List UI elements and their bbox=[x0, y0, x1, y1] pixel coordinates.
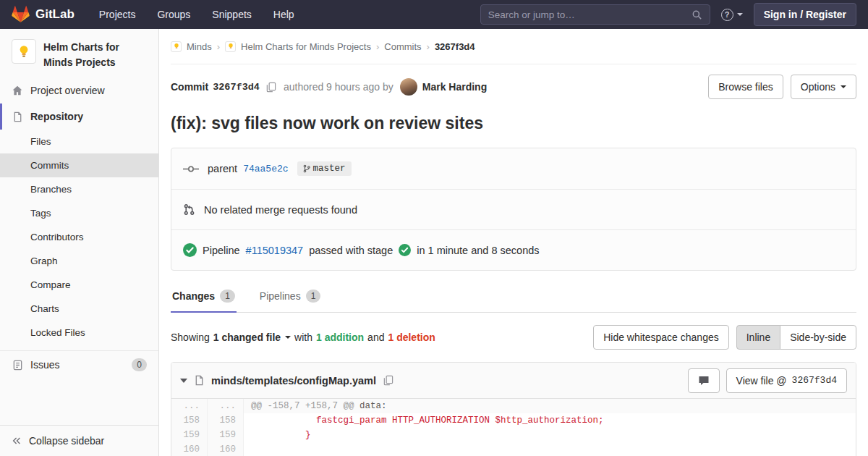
navbar-right: ? Sign in / Register bbox=[480, 3, 856, 26]
sidebar-item-commits[interactable]: Commits bbox=[0, 153, 158, 177]
breadcrumb-separator: › bbox=[376, 41, 379, 52]
gitlab-logo-text: GitLab bbox=[35, 7, 75, 22]
options-button[interactable]: Options bbox=[791, 75, 856, 99]
nav-link-help[interactable]: Help bbox=[273, 9, 294, 20]
pipeline-id-link[interactable]: #115019347 bbox=[246, 245, 304, 256]
code-text: } bbox=[244, 428, 856, 442]
sidebar-item-locked-files[interactable]: Locked Files bbox=[0, 321, 158, 345]
commit-label: Commit bbox=[171, 81, 208, 93]
help-menu[interactable]: ? bbox=[721, 9, 743, 21]
commit-sha: 3267f3d4 bbox=[213, 82, 260, 93]
sidebar-item-contributors[interactable]: Contributors bbox=[0, 225, 158, 249]
sidebar-item-label: Issues bbox=[30, 359, 59, 371]
old-line-number[interactable]: 160 bbox=[171, 442, 208, 456]
branch-name: master bbox=[313, 164, 346, 174]
parent-label: parent bbox=[208, 163, 237, 174]
repository-icon bbox=[12, 111, 23, 122]
pipelines-count-badge: 1 bbox=[306, 290, 321, 303]
browse-files-button[interactable]: Browse files bbox=[708, 75, 783, 99]
sidebar-item-label: Repository bbox=[30, 111, 83, 122]
pipeline-duration-text: in 1 minute and 8 seconds bbox=[417, 245, 539, 256]
copy-path-icon[interactable] bbox=[383, 375, 393, 386]
project-sidebar: Helm Charts for Minds Projects Project o… bbox=[0, 29, 159, 456]
nav-link-snippets[interactable]: Snippets bbox=[212, 9, 251, 20]
inline-view-button[interactable]: Inline bbox=[736, 325, 780, 350]
stage-status-success-icon[interactable] bbox=[399, 244, 411, 256]
navbar-menu: Projects Groups Snippets Help bbox=[99, 9, 294, 20]
diff-hunk-line: ... ... @@ -158,7 +158,7 @@ data: bbox=[171, 399, 856, 413]
sidebar-nav: Project overview Repository Files Commit… bbox=[0, 77, 158, 379]
new-line-number[interactable]: ... bbox=[208, 399, 244, 413]
sign-in-button[interactable]: Sign in / Register bbox=[754, 3, 856, 26]
changed-files-dropdown[interactable]: 1 changed file bbox=[213, 332, 291, 343]
collapse-sidebar-button[interactable]: Collapse sidebar bbox=[0, 425, 158, 456]
sidebar-item-graph[interactable]: Graph bbox=[0, 249, 158, 273]
repository-subnav: Files Commits Branches Tags Contributors… bbox=[0, 130, 158, 345]
diff-table: ... ... @@ -158,7 +158,7 @@ data: 158 15… bbox=[171, 399, 856, 456]
author-name[interactable]: Mark Harding bbox=[422, 81, 487, 93]
sidebar-item-project-overview[interactable]: Project overview bbox=[0, 77, 158, 104]
issues-count-badge: 0 bbox=[132, 358, 147, 371]
side-by-side-view-button[interactable]: Side-by-side bbox=[780, 325, 856, 350]
view-file-button[interactable]: View file @ 3267f3d4 bbox=[726, 368, 847, 393]
tab-changes[interactable]: Changes 1 bbox=[171, 279, 237, 312]
and-label: and bbox=[367, 332, 384, 343]
options-label: Options bbox=[801, 81, 835, 93]
sidebar-item-charts[interactable]: Charts bbox=[0, 297, 158, 321]
breadcrumb-commits[interactable]: Commits bbox=[384, 41, 421, 52]
pipeline-status-success-icon[interactable] bbox=[183, 243, 197, 257]
branch-ref-badge[interactable]: master bbox=[297, 161, 352, 176]
parent-row: parent 74aa5e2c master bbox=[171, 148, 856, 189]
old-line-number[interactable]: 159 bbox=[171, 428, 208, 442]
home-icon bbox=[12, 85, 23, 96]
collapse-sidebar-label: Collapse sidebar bbox=[29, 435, 104, 447]
search-box bbox=[480, 4, 710, 25]
diff-code-line: 158 158 fastcgi_param HTTP_AUTHORIZATION… bbox=[171, 413, 856, 428]
commit-title: (fix): svg files now work on review site… bbox=[171, 114, 856, 133]
group-avatar-icon bbox=[171, 41, 182, 52]
breadcrumb-separator: › bbox=[427, 41, 430, 52]
sidebar-item-files[interactable]: Files bbox=[0, 130, 158, 153]
breadcrumb-project[interactable]: Helm Charts for Minds Projects bbox=[241, 41, 371, 52]
sidebar-item-issues[interactable]: Issues 0 bbox=[0, 351, 158, 379]
nav-link-groups[interactable]: Groups bbox=[157, 9, 190, 20]
commit-header-row: Commit 3267f3d4 authored 9 hours ago by … bbox=[171, 75, 856, 99]
comment-button[interactable] bbox=[688, 368, 720, 393]
with-label: with bbox=[294, 332, 312, 343]
new-line-number[interactable]: 159 bbox=[208, 428, 244, 442]
gitlab-logo[interactable]: GitLab bbox=[12, 6, 75, 23]
sidebar-item-compare[interactable]: Compare bbox=[0, 273, 158, 297]
old-line-number[interactable]: ... bbox=[171, 399, 208, 413]
chevron-down-icon bbox=[285, 336, 291, 339]
tab-pipelines[interactable]: Pipelines 1 bbox=[258, 279, 323, 312]
collapse-diff-icon[interactable] bbox=[180, 379, 187, 383]
old-line-number[interactable]: 158 bbox=[171, 413, 208, 428]
view-file-sha: 3267f3d4 bbox=[792, 375, 837, 386]
sidebar-item-branches[interactable]: Branches bbox=[0, 177, 158, 201]
comment-bubble-icon bbox=[698, 375, 710, 387]
search-input[interactable] bbox=[488, 9, 692, 20]
chevron-down-icon bbox=[841, 85, 846, 88]
tab-pipelines-label: Pipelines bbox=[260, 290, 301, 302]
file-icon bbox=[194, 375, 205, 386]
sidebar-project-name: Helm Charts for Minds Projects bbox=[43, 39, 147, 70]
project-context-header[interactable]: Helm Charts for Minds Projects bbox=[0, 29, 158, 77]
copy-sha-icon[interactable] bbox=[265, 82, 276, 93]
author-avatar[interactable] bbox=[400, 78, 417, 96]
nav-link-projects[interactable]: Projects bbox=[99, 9, 136, 20]
top-navbar: GitLab Projects Groups Snippets Help ? S… bbox=[0, 0, 868, 29]
sidebar-item-tags[interactable]: Tags bbox=[0, 201, 158, 225]
sidebar-item-repository[interactable]: Repository bbox=[0, 104, 158, 130]
diff-code-line: 160 160 bbox=[171, 442, 856, 456]
gitlab-tanuki-icon bbox=[12, 6, 30, 23]
parent-sha-link[interactable]: 74aa5e2c bbox=[243, 164, 288, 174]
search-icon[interactable] bbox=[692, 9, 702, 20]
tab-changes-label: Changes bbox=[172, 290, 215, 302]
hide-whitespace-button[interactable]: Hide whitespace changes bbox=[593, 325, 729, 350]
additions-count: 1 addition bbox=[316, 332, 364, 343]
pipeline-status-text: passed with stage bbox=[309, 245, 393, 256]
breadcrumb-group[interactable]: Minds bbox=[187, 41, 212, 52]
diff-file-path[interactable]: minds/templates/configMap.yaml bbox=[211, 375, 376, 387]
new-line-number[interactable]: 158 bbox=[208, 413, 244, 428]
new-line-number[interactable]: 160 bbox=[208, 442, 244, 456]
